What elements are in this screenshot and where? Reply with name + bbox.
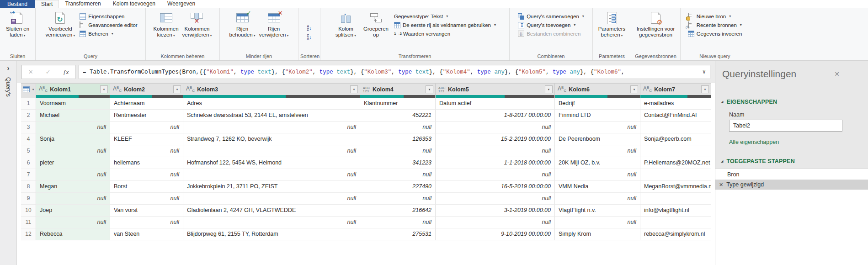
refresh-preview-button[interactable]: ↻ Voorbeeld vernieuwen▾ xyxy=(43,10,77,39)
grid-cell[interactable]: null xyxy=(436,169,555,181)
grid-cell[interactable]: Michael xyxy=(36,110,110,122)
column-header-kolom4[interactable]: ABC123Kolom4▼ xyxy=(360,83,436,98)
column-header-kolom7[interactable]: ABCKolom7▼ xyxy=(640,83,711,98)
advanced-editor-button[interactable]: Geavanceerde editor xyxy=(80,21,137,29)
grid-cell[interactable]: null xyxy=(555,145,640,157)
tab-bestand[interactable]: Bestand xyxy=(0,0,35,8)
grid-cell[interactable]: Voornaam xyxy=(36,98,110,110)
grid-cell[interactable]: 275531 xyxy=(360,228,436,240)
use-first-row-button[interactable]: De eerste rij als veldnamen gebruiken▾ xyxy=(394,21,496,29)
row-number[interactable]: 6 xyxy=(21,157,36,169)
grid-cell[interactable]: null xyxy=(360,145,436,157)
select-all-button[interactable]: ▾ xyxy=(21,83,36,98)
grid-cell[interactable]: null xyxy=(360,122,436,133)
grid-cell[interactable]: e-mailadres xyxy=(640,98,711,110)
column-filter-button[interactable]: ▼ xyxy=(173,85,181,93)
grid-cell[interactable]: null xyxy=(110,145,183,157)
fx-icon[interactable]: ƒx xyxy=(63,69,69,76)
ribbon-tab-weergeven[interactable]: Weergeven xyxy=(161,0,201,8)
grid-cell[interactable]: null xyxy=(360,217,436,228)
grid-cell[interactable]: Strandweg 7, 1262 KO, beverwijk xyxy=(183,133,360,145)
grid-cell[interactable] xyxy=(640,217,711,228)
ribbon-tab-kolom-toevoegen[interactable]: Kolom toevoegen xyxy=(107,0,161,8)
remove-rows-button[interactable]: ✕ Rijen verwijderen▾ xyxy=(257,10,291,39)
ribbon-tab-start[interactable]: Start xyxy=(35,0,59,8)
grid-cell[interactable]: Bedrijf xyxy=(555,98,640,110)
grid-cell[interactable]: 16-5-2019 00:00:00 xyxy=(436,181,555,193)
grid-cell[interactable]: Gladiolenlaan 2, 4247 GH, VLAGTWEDDE xyxy=(183,205,360,217)
delete-step-icon[interactable]: ✕ xyxy=(719,182,723,188)
grid-cell[interactable] xyxy=(640,193,711,205)
grid-cell[interactable]: null xyxy=(36,193,110,205)
column-header-kolom2[interactable]: ABCKolom2▼ xyxy=(110,83,183,98)
grid-cell[interactable]: VMM Nedia xyxy=(555,181,640,193)
query-name-input[interactable] xyxy=(729,120,842,132)
column-header-kolom5[interactable]: ABC123Kolom5▼ xyxy=(436,83,555,98)
grid-cell[interactable]: Adres xyxy=(183,98,360,110)
grid-cell[interactable]: Borst xyxy=(110,181,183,193)
grid-cell[interactable]: 452221 xyxy=(360,110,436,122)
grid-cell[interactable]: 9-10-2019 00:00:00 xyxy=(436,228,555,240)
column-filter-button[interactable]: ▼ xyxy=(630,85,638,93)
row-number[interactable]: 1 xyxy=(21,98,36,110)
grid-cell[interactable]: null xyxy=(183,122,360,133)
data-type-button[interactable]: Gegevenstype: Tekst▾ xyxy=(394,12,496,21)
choose-columns-button[interactable]: Kolommen kiezen▾ xyxy=(152,10,181,39)
expand-queries-pane-button[interactable]: › xyxy=(0,64,16,72)
grid-cell[interactable]: P.Hellemans@20MOZ.net xyxy=(640,157,711,169)
ribbon-tab-transformeren[interactable]: Transformeren xyxy=(59,0,107,8)
grid-cell[interactable]: hellemans xyxy=(110,157,183,169)
grid-cell[interactable] xyxy=(640,122,711,133)
split-column-button[interactable]: ▾ Kolom splitsen▾ xyxy=(334,10,358,39)
grid-cell[interactable]: KLEEF xyxy=(110,133,183,145)
grid-cell[interactable]: Sonja@peerb.com xyxy=(640,133,711,145)
grid-cell[interactable]: Achternaam xyxy=(110,98,183,110)
grid-cell[interactable]: Jokkebrokplein 21, 3711 PO, ZEIST xyxy=(183,181,360,193)
grid-cell[interactable]: 1-1-2018 00:00:00 xyxy=(436,157,555,169)
properties-section-header[interactable]: ◢ EIGENSCHAPPEN xyxy=(721,99,777,105)
append-queries-button[interactable]: Query's toevoegen▾ xyxy=(518,21,584,29)
grid-cell[interactable]: null xyxy=(110,193,183,205)
column-header-kolom6[interactable]: ABCKolom6▼ xyxy=(555,83,640,98)
grid-cell[interactable]: null xyxy=(436,145,555,157)
grid-cell[interactable]: Blijdorpweg 61, 2155 TY, Rotterdam xyxy=(183,228,360,240)
grid-cell[interactable]: null xyxy=(110,217,183,228)
grid-cell[interactable]: null xyxy=(360,193,436,205)
grid-cell[interactable]: null xyxy=(555,193,640,205)
grid-cell[interactable]: null xyxy=(183,193,360,205)
grid-cell[interactable]: 341223 xyxy=(360,157,436,169)
manage-query-button[interactable]: Beheren▾ xyxy=(80,29,137,38)
grid-cell[interactable]: null xyxy=(36,169,110,181)
grid-cell[interactable]: null xyxy=(183,169,360,181)
column-filter-button[interactable]: ▼ xyxy=(701,85,709,93)
column-filter-button[interactable]: ▼ xyxy=(426,85,433,93)
column-filter-button[interactable]: ▼ xyxy=(100,85,108,93)
row-number[interactable]: 12 xyxy=(21,228,36,240)
sort-descending-button[interactable]: ZA↓ xyxy=(306,33,313,41)
grid-cell[interactable]: 15-2-2019 00:00:00 xyxy=(436,133,555,145)
all-properties-link[interactable]: Alle eigenschappen xyxy=(729,139,779,145)
column-header-kolom1[interactable]: ABCKolom1▼ xyxy=(36,83,110,98)
grid-cell[interactable]: null xyxy=(360,169,436,181)
grid-cell[interactable]: Rebecca xyxy=(36,228,110,240)
grid-cell[interactable]: van Steen xyxy=(110,228,183,240)
applied-steps-section-header[interactable]: ◢ TOEGEPASTE STAPPEN xyxy=(721,158,795,164)
applied-step-type-gewijzigd[interactable]: ✕Type gewijzigd xyxy=(715,180,868,190)
sort-ascending-button[interactable]: AZ↓ xyxy=(306,24,313,32)
grid-cell[interactable]: null xyxy=(36,145,110,157)
grid-cell[interactable]: 3-1-2019 00:00:00 xyxy=(436,205,555,217)
row-number[interactable]: 3 xyxy=(21,122,36,133)
grid-cell[interactable]: null xyxy=(436,217,555,228)
grid-cell[interactable]: pieter xyxy=(36,157,110,169)
grid-cell[interactable]: Rentmeester xyxy=(110,110,183,122)
row-number[interactable]: 9 xyxy=(21,193,36,205)
grid-cell[interactable]: rebecca@simplykrom.nl xyxy=(640,228,711,240)
row-number[interactable]: 8 xyxy=(21,181,36,193)
row-number[interactable]: 10 xyxy=(21,205,36,217)
properties-button[interactable]: Eigenschappen xyxy=(80,12,137,21)
grid-cell[interactable]: 20K Mijl OZ, b.v. xyxy=(555,157,640,169)
grid-cell[interactable]: null xyxy=(555,169,640,181)
column-filter-button[interactable]: ▼ xyxy=(545,85,553,93)
row-number[interactable]: 5 xyxy=(21,145,36,157)
recent-sources-button[interactable]: ◷ Recente bronnen▾ xyxy=(688,21,742,29)
